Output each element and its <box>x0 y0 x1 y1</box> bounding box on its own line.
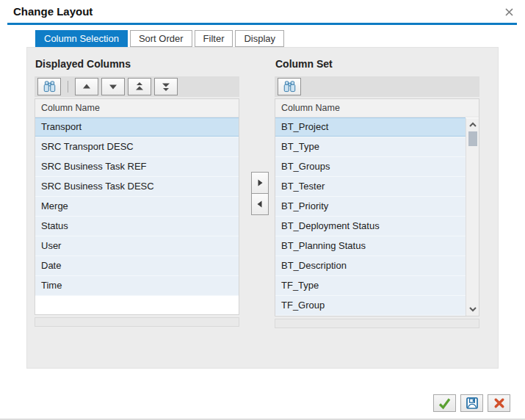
displayed-columns-toolbar <box>35 76 239 97</box>
list-item[interactable]: User <box>35 236 239 256</box>
close-icon[interactable] <box>502 4 516 19</box>
double-arrow-down-icon <box>161 82 171 92</box>
list-item[interactable]: BT_Project <box>275 117 466 137</box>
column-set-rows: BT_ProjectBT_TypeBT_GroupsBT_TesterBT_Pr… <box>275 117 466 316</box>
dialog-title: Change Layout <box>13 5 93 18</box>
column-name-header: Column Name <box>35 99 239 117</box>
find-button[interactable] <box>278 78 301 95</box>
binoculars-icon <box>283 81 296 93</box>
list-item[interactable]: SRC Transport DESC <box>35 137 239 157</box>
title-divider <box>7 23 517 25</box>
displayed-columns-footer-bar <box>35 317 239 327</box>
column-set-panel: Column Set Column Name BT_ProjectBT_Type… <box>275 57 479 328</box>
list-item[interactable]: BT_Priority <box>275 197 466 217</box>
column-set-footer-bar <box>275 319 479 328</box>
list-item[interactable]: TF_Group <box>275 296 466 316</box>
tab-sort-order[interactable]: Sort Order <box>130 30 192 47</box>
list-item[interactable]: BT_Groups <box>275 157 466 177</box>
move-up-button[interactable] <box>75 78 98 95</box>
arrow-left-icon <box>256 200 264 209</box>
column-name-header: Column Name <box>275 99 479 117</box>
displayed-columns-list: Column Name TransportSRC Transport DESCS… <box>35 98 239 315</box>
list-item[interactable]: Status <box>35 217 239 236</box>
scrollbar-thumb[interactable] <box>468 131 477 146</box>
binoculars-icon <box>43 81 56 93</box>
move-right-button[interactable] <box>251 172 269 194</box>
scroll-down-icon[interactable] <box>466 303 479 315</box>
tab-filter[interactable]: Filter <box>195 30 233 47</box>
column-set-list: Column Name BT_ProjectBT_TypeBT_GroupsBT… <box>275 98 479 316</box>
transfer-buttons <box>251 172 269 215</box>
list-item[interactable]: BT_Planning Status <box>275 236 466 256</box>
tab-column-selection[interactable]: Column Selection <box>35 30 128 47</box>
list-item[interactable]: Time <box>35 276 239 296</box>
save-button[interactable] <box>460 394 483 412</box>
arrow-up-icon <box>82 82 92 91</box>
column-selection-pane: Displayed Columns <box>26 47 499 369</box>
x-icon <box>493 397 505 409</box>
dialog-action-bar <box>433 394 510 412</box>
arrow-right-icon <box>256 178 264 187</box>
cancel-button[interactable] <box>488 394 510 412</box>
floppy-disk-icon <box>466 397 479 410</box>
list-item[interactable]: SRC Business Task REF <box>35 157 239 177</box>
move-left-button[interactable] <box>251 193 269 215</box>
move-down-button[interactable] <box>101 78 125 95</box>
toolbar-separator <box>68 81 68 93</box>
displayed-columns-panel: Displayed Columns <box>35 57 239 327</box>
arrow-down-icon <box>108 82 118 91</box>
find-button[interactable] <box>37 78 61 95</box>
tab-display[interactable]: Display <box>235 30 284 47</box>
column-set-toolbar <box>275 76 479 97</box>
list-item[interactable]: Merge <box>35 197 239 217</box>
list-item[interactable]: Transport <box>35 117 239 137</box>
column-set-heading: Column Set <box>275 58 479 70</box>
tab-strip: Column Selection Sort Order Filter Displ… <box>35 30 286 47</box>
move-to-bottom-button[interactable] <box>154 78 178 95</box>
list-item[interactable]: TF_Type <box>275 276 466 296</box>
list-item[interactable]: BT_Deployment Status <box>275 217 466 236</box>
list-item[interactable]: BT_Type <box>275 137 466 157</box>
list-item[interactable]: BT_Description <box>275 256 466 276</box>
vertical-scrollbar[interactable] <box>466 118 479 316</box>
scroll-up-icon[interactable] <box>466 119 479 131</box>
displayed-columns-heading: Displayed Columns <box>35 58 239 70</box>
double-arrow-up-icon <box>134 82 145 92</box>
move-to-top-button[interactable] <box>128 78 151 95</box>
list-item[interactable]: BT_Tester <box>275 177 466 197</box>
checkmark-icon <box>438 397 452 410</box>
displayed-columns-rows: TransportSRC Transport DESCSRC Business … <box>35 117 239 296</box>
ok-button[interactable] <box>433 394 456 412</box>
list-item[interactable]: SRC Business Task DESC <box>35 177 239 197</box>
list-item[interactable]: Date <box>35 256 239 276</box>
